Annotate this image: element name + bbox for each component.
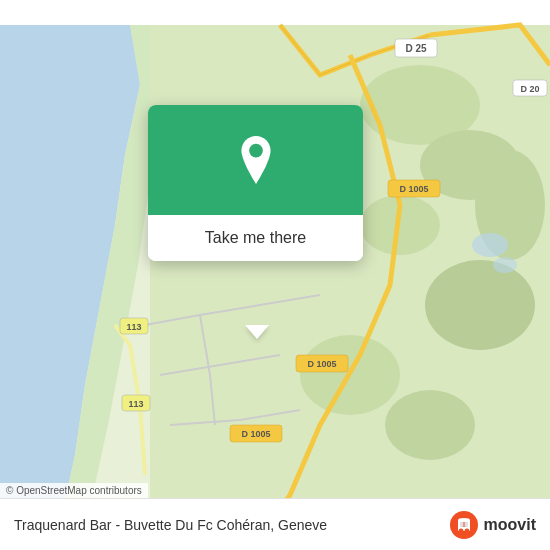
take-me-there-button[interactable]: Take me there bbox=[148, 215, 363, 261]
bottom-bar: Traquenard Bar - Buvette Du Fc Cohéran, … bbox=[0, 498, 550, 550]
popup-button-label: Take me there bbox=[205, 229, 306, 247]
svg-point-24 bbox=[493, 257, 517, 273]
moovit-logo: moovit bbox=[450, 511, 536, 539]
svg-point-8 bbox=[385, 390, 475, 460]
location-popup: Take me there bbox=[148, 105, 363, 261]
svg-point-5 bbox=[425, 260, 535, 350]
moovit-icon bbox=[450, 511, 478, 539]
svg-point-23 bbox=[472, 233, 508, 257]
location-name: Traquenard Bar - Buvette Du Fc Cohéran, … bbox=[14, 517, 450, 533]
svg-text:D 1005: D 1005 bbox=[399, 184, 428, 194]
svg-text:D 1005: D 1005 bbox=[241, 429, 270, 439]
copyright-bar: © OpenStreetMap contributors bbox=[0, 483, 148, 498]
svg-rect-30 bbox=[460, 522, 464, 527]
map-background: D 25 D 20 D 1005 D 1005 D 1005 113 113 bbox=[0, 0, 550, 550]
popup-header bbox=[148, 105, 363, 215]
svg-text:D 20: D 20 bbox=[520, 84, 539, 94]
map-container: D 25 D 20 D 1005 D 1005 D 1005 113 113 bbox=[0, 0, 550, 550]
svg-point-28 bbox=[464, 528, 469, 533]
svg-text:113: 113 bbox=[128, 399, 143, 409]
svg-text:113: 113 bbox=[126, 322, 141, 332]
svg-rect-31 bbox=[464, 522, 468, 527]
location-pin-icon bbox=[232, 136, 280, 184]
moovit-brand-name: moovit bbox=[484, 516, 536, 534]
svg-point-25 bbox=[249, 144, 263, 158]
svg-text:D 25: D 25 bbox=[405, 43, 427, 54]
popup-tail bbox=[245, 325, 269, 339]
svg-point-27 bbox=[458, 528, 463, 533]
svg-text:D 1005: D 1005 bbox=[307, 359, 336, 369]
attribution-text: © OpenStreetMap contributors bbox=[6, 485, 142, 496]
